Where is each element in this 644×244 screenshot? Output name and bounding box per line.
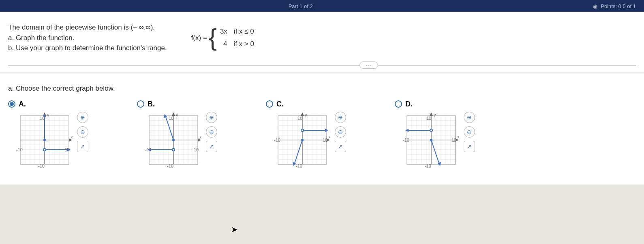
graph-c: y x 10 -10 10 -10 xyxy=(274,112,331,168)
svg-text:y: y xyxy=(47,112,49,117)
zoom-in-icon[interactable]: ⊕ xyxy=(335,112,346,123)
case2-expr: 4 xyxy=(220,39,227,49)
badge-icon: ◉ xyxy=(593,3,597,9)
svg-text:y: y xyxy=(176,112,178,117)
svg-point-94 xyxy=(301,129,304,132)
function-label: f(x) = xyxy=(191,33,207,43)
svg-text:-10: -10 xyxy=(167,163,173,168)
svg-text:y: y xyxy=(434,112,436,117)
zoom-in-icon[interactable]: ⊕ xyxy=(206,112,217,123)
svg-text:10: 10 xyxy=(323,138,327,142)
function-definition: f(x) = { 3x if x ≤ 0 4 if x > 0 xyxy=(191,26,254,49)
svg-text:10: 10 xyxy=(297,116,302,121)
graph-d: y x 10 -10 10 -10 xyxy=(403,112,460,168)
svg-text:10: 10 xyxy=(451,138,456,142)
svg-text:10: 10 xyxy=(40,116,45,121)
graph-b: y x 10 -10 10 -10 xyxy=(145,112,202,168)
answer-prompt: a. Choose the correct graph below. xyxy=(8,85,636,93)
svg-text:-10: -10 xyxy=(274,138,280,142)
zoom-out-icon[interactable]: ⊖ xyxy=(464,126,475,138)
option-c-label: C. xyxy=(276,100,284,108)
popout-icon[interactable]: ↗ xyxy=(464,141,475,152)
svg-point-28 xyxy=(43,149,46,151)
zoom-out-icon[interactable]: ⊖ xyxy=(77,126,88,138)
svg-text:-10: -10 xyxy=(425,163,431,168)
radio-d[interactable] xyxy=(395,100,402,108)
more-button[interactable]: ⋯ xyxy=(359,62,378,69)
question-part-a: a. Graph the function. xyxy=(8,33,167,43)
svg-text:-10: -10 xyxy=(145,147,152,152)
brace-icon: { xyxy=(209,28,217,47)
popout-icon[interactable]: ↗ xyxy=(77,141,88,152)
svg-text:x: x xyxy=(457,134,460,139)
zoom-out-icon[interactable]: ⊖ xyxy=(206,126,217,138)
svg-point-91 xyxy=(301,139,304,141)
svg-marker-123 xyxy=(438,162,441,166)
option-c[interactable]: C. xyxy=(266,100,346,168)
divider: ⋯ xyxy=(8,66,636,66)
part-indicator: Part 1 of 2 xyxy=(8,3,593,9)
svg-marker-57 xyxy=(164,114,167,118)
option-d-label: D. xyxy=(405,100,413,108)
svg-point-25 xyxy=(43,139,46,141)
zoom-in-icon[interactable]: ⊕ xyxy=(464,112,475,123)
svg-point-61 xyxy=(172,149,175,151)
option-b[interactable]: B. xyxy=(137,100,217,168)
svg-marker-119 xyxy=(430,112,433,116)
question-intro: The domain of the piecewise function is … xyxy=(8,22,167,33)
svg-text:y: y xyxy=(305,112,307,117)
points-indicator: ◉ Points: 0.5 of 1 xyxy=(593,3,636,9)
svg-text:x: x xyxy=(71,134,73,139)
svg-marker-90 xyxy=(293,162,296,166)
case1-expr: 3x xyxy=(220,26,227,37)
radio-a[interactable] xyxy=(8,100,15,108)
svg-text:-10: -10 xyxy=(16,147,23,152)
svg-text:10: 10 xyxy=(426,116,431,121)
svg-point-124 xyxy=(430,139,432,141)
svg-text:10: 10 xyxy=(194,147,199,152)
option-a-label: A. xyxy=(19,100,26,108)
popout-icon[interactable]: ↗ xyxy=(206,141,217,152)
popout-icon[interactable]: ↗ xyxy=(335,141,346,152)
svg-text:-10: -10 xyxy=(296,163,302,168)
top-bar: Part 1 of 2 ◉ Points: 0.5 of 1 xyxy=(0,0,644,12)
case2-cond: if x > 0 xyxy=(233,39,254,49)
question-part-b: b. Use your graph to determine the funct… xyxy=(8,43,167,53)
svg-text:10: 10 xyxy=(65,147,70,152)
svg-text:10: 10 xyxy=(169,116,173,121)
radio-b[interactable] xyxy=(137,100,144,108)
svg-line-122 xyxy=(431,140,439,164)
answer-area: a. Choose the correct graph below. A. xyxy=(0,72,644,185)
case1-cond: if x ≤ 0 xyxy=(234,26,254,37)
question-text: The domain of the piecewise function is … xyxy=(8,22,167,53)
svg-marker-53 xyxy=(172,112,175,116)
cursor-icon: ➤ xyxy=(231,225,238,234)
svg-marker-86 xyxy=(301,112,304,116)
options-row: A. xyxy=(8,100,636,168)
zoom-out-icon[interactable]: ⊖ xyxy=(335,126,346,138)
svg-point-58 xyxy=(172,139,175,141)
zoom-in-icon[interactable]: ⊕ xyxy=(77,112,88,123)
svg-text:x: x xyxy=(199,134,202,139)
radio-c[interactable] xyxy=(266,100,273,108)
option-a[interactable]: A. xyxy=(8,100,88,168)
option-b-label: B. xyxy=(148,100,155,108)
svg-text:x: x xyxy=(328,134,331,139)
graph-a: y x 10 -10 10 -10 xyxy=(16,112,73,168)
svg-point-127 xyxy=(430,129,432,132)
svg-text:-10: -10 xyxy=(403,138,409,142)
question-area: The domain of the piecewise function is … xyxy=(0,12,644,72)
svg-line-89 xyxy=(294,140,302,164)
option-d[interactable]: D. xyxy=(395,100,475,168)
svg-text:-10: -10 xyxy=(38,163,45,168)
